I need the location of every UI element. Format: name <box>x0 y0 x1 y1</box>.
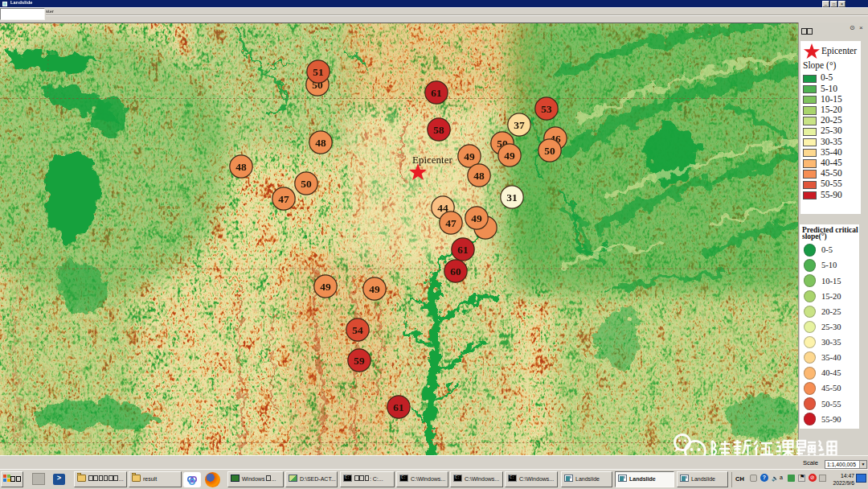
svg-text:53: 53 <box>541 103 552 115</box>
svg-text:48: 48 <box>235 161 247 173</box>
svg-text:49: 49 <box>320 281 331 293</box>
svg-text:50: 50 <box>544 145 555 157</box>
svg-text:49: 49 <box>369 283 380 295</box>
svg-text:60: 60 <box>450 265 461 277</box>
svg-text:59: 59 <box>354 355 365 367</box>
svg-text:48: 48 <box>473 170 485 182</box>
svg-text:51: 51 <box>313 66 324 78</box>
svg-text:47: 47 <box>278 193 289 205</box>
svg-text:47: 47 <box>445 217 457 229</box>
svg-text:61: 61 <box>431 87 442 99</box>
svg-text:54: 54 <box>352 324 363 336</box>
svg-text:Epicenter: Epicenter <box>412 154 452 166</box>
svg-text:50: 50 <box>301 178 312 190</box>
svg-text:37: 37 <box>514 119 525 131</box>
svg-text:58: 58 <box>433 124 444 136</box>
svg-text:61: 61 <box>393 401 404 413</box>
svg-text:49: 49 <box>504 150 515 162</box>
svg-text:49: 49 <box>464 150 475 162</box>
svg-text:31: 31 <box>506 191 518 203</box>
svg-text:48: 48 <box>315 137 326 149</box>
svg-text:61: 61 <box>457 244 469 256</box>
svg-text:49: 49 <box>471 212 482 224</box>
